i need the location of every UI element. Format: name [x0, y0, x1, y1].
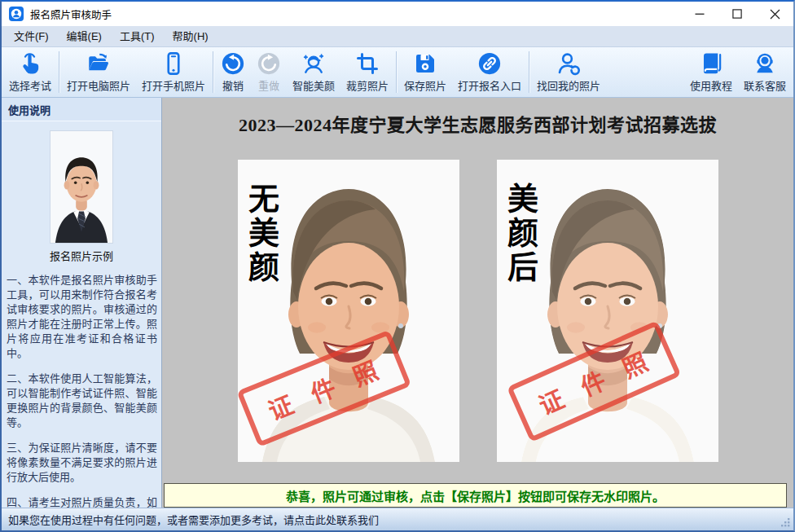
- toolbar-label: 联系客服: [744, 77, 786, 93]
- open-registration-portal-button[interactable]: 打开报名入口: [452, 47, 527, 97]
- close-button[interactable]: [756, 2, 793, 26]
- contact-us-link[interactable]: 如果您在使用过程中有任何问题，或者需要添加更多考试，请点击此处联系我们: [8, 512, 379, 527]
- toolbar-label: 找回我的照片: [537, 77, 600, 93]
- book-icon: [699, 51, 723, 76]
- instruction-paragraph-1: 一、本软件是报名照片审核助手工具，可以用来制作符合报名考试审核要求的照片。审核通…: [7, 273, 157, 361]
- contact-support-button[interactable]: 联系客服: [738, 47, 792, 97]
- review-result-banner: 恭喜，照片可通过审核，点击【保存照片】按钮即可保存无水印照片。: [164, 483, 787, 508]
- toolbar-separator: [59, 51, 59, 93]
- instruction-paragraph-2: 二、本软件使用人工智能算法，可以智能制作考试证件照、智能更换照片的背景颜色、智能…: [7, 372, 157, 430]
- find-my-photo-button[interactable]: 找回我的照片: [531, 47, 606, 97]
- menu-edit[interactable]: 编辑(E): [58, 26, 111, 46]
- toolbar-label: 选择考试: [9, 77, 51, 93]
- tutorial-button[interactable]: 使用教程: [684, 47, 738, 97]
- exam-title: 2023—2024年度宁夏大学生志愿服务西部计划考试招募选拔: [162, 112, 793, 138]
- toolbar-label: 打开报名入口: [458, 77, 521, 93]
- toolbar-label: 保存照片: [404, 77, 446, 93]
- menu-tools[interactable]: 工具(T): [111, 26, 164, 46]
- smartphone-icon: [161, 51, 186, 76]
- photo-comparison: 无美颜 证件照 美颜后 证件照: [162, 160, 793, 462]
- beauty-face-icon: [301, 51, 326, 76]
- sample-photo: [50, 130, 113, 244]
- menu-help[interactable]: 帮助(H): [164, 26, 217, 46]
- titlebar: 报名照片审核助手: [2, 2, 793, 26]
- open-phone-photo-button[interactable]: 打开手机照片: [136, 47, 211, 97]
- minimize-button[interactable]: [681, 2, 718, 26]
- status-bar: 如果您在使用过程中有任何问题，或者需要添加更多考试，请点击此处联系我们: [2, 508, 793, 530]
- toolbar-label: 撤销: [222, 77, 244, 93]
- tap-hand-icon: [18, 51, 42, 76]
- photo-after-beauty: 美颜后 证件照: [497, 160, 718, 462]
- menu-file[interactable]: 文件(F): [5, 26, 58, 46]
- toolbar-separator: [529, 51, 529, 93]
- review-result-text: 恭喜，照片可通过审核，点击【保存照片】按钮即可保存无水印照片。: [286, 487, 665, 504]
- redo-button[interactable]: 重做: [251, 47, 287, 97]
- photo-label-after: 美颜后: [505, 182, 536, 285]
- save-photo-button[interactable]: 保存照片: [398, 47, 452, 97]
- photo-label-before: 无美颜: [246, 182, 277, 285]
- menubar: 文件(F) 编辑(E) 工具(T) 帮助(H): [2, 26, 793, 47]
- undo-icon: [221, 51, 245, 76]
- preview-area: 2023—2024年度宁夏大学生志愿服务西部计划考试招募选拔 无美颜 证件照 美…: [162, 98, 793, 508]
- photo-before-beauty: 无美颜 证件照: [238, 160, 459, 462]
- crop-photo-button[interactable]: 裁剪照片: [340, 47, 394, 97]
- undo-button[interactable]: 撤销: [215, 47, 251, 97]
- toolbar-separator: [396, 51, 397, 93]
- crop-icon: [355, 51, 380, 76]
- select-exam-button[interactable]: 选择考试: [3, 47, 57, 97]
- headset-person-icon: [753, 51, 777, 76]
- minimize-icon: [695, 9, 705, 19]
- sample-photo-caption: 报名照片示例: [2, 248, 161, 263]
- open-computer-photo-button[interactable]: 打开电脑照片: [61, 47, 136, 97]
- toolbar-label: 打开电脑照片: [67, 77, 130, 93]
- open-folder-icon: [86, 51, 111, 76]
- redo-icon: [257, 51, 281, 76]
- toolbar: 选择考试 打开电脑照片 打开手机照片: [2, 47, 793, 98]
- save-floppy-icon: [413, 51, 437, 76]
- close-icon: [770, 9, 780, 20]
- person-refresh-icon: [556, 51, 581, 76]
- toolbar-label: 打开手机照片: [142, 77, 205, 93]
- sidebar-instructions: 使用说明 报名照片示例 一、本软件是报名照片审核助手工具，可以用来制作符合报名考…: [2, 98, 162, 508]
- sidebar-header: 使用说明: [2, 98, 161, 121]
- toolbar-label: 重做: [258, 77, 279, 93]
- toolbar-label: 裁剪照片: [346, 77, 389, 93]
- app-logo-icon: [9, 7, 24, 21]
- instructions-text: 一、本软件是报名照片审核助手工具，可以用来制作符合报名考试审核要求的照片。审核通…: [2, 268, 161, 508]
- smart-beauty-button[interactable]: 智能美颜: [287, 47, 340, 97]
- window-title: 报名照片审核助手: [30, 7, 681, 22]
- maximize-icon: [732, 9, 742, 19]
- toolbar-spacer: [606, 47, 684, 97]
- instruction-paragraph-3: 三、为保证照片清晰度，请不要将像素数量不满足要求的照片进行放大后使用。: [7, 441, 157, 485]
- toolbar-label: 智能美颜: [292, 77, 335, 93]
- resize-grip-icon[interactable]: [780, 517, 791, 528]
- instruction-paragraph-4: 四、请考生对照片质量负责，如因照片质量影响考试、成绩或证书的，由考生本人负责。: [7, 495, 157, 508]
- toolbar-separator: [213, 51, 213, 93]
- maximize-button[interactable]: [718, 2, 756, 26]
- toolbar-label: 使用教程: [690, 77, 732, 93]
- link-icon: [477, 51, 502, 76]
- app-window: 报名照片审核助手 文件(F) 编辑(E) 工具(T) 帮助(H) 选择考: [0, 0, 795, 532]
